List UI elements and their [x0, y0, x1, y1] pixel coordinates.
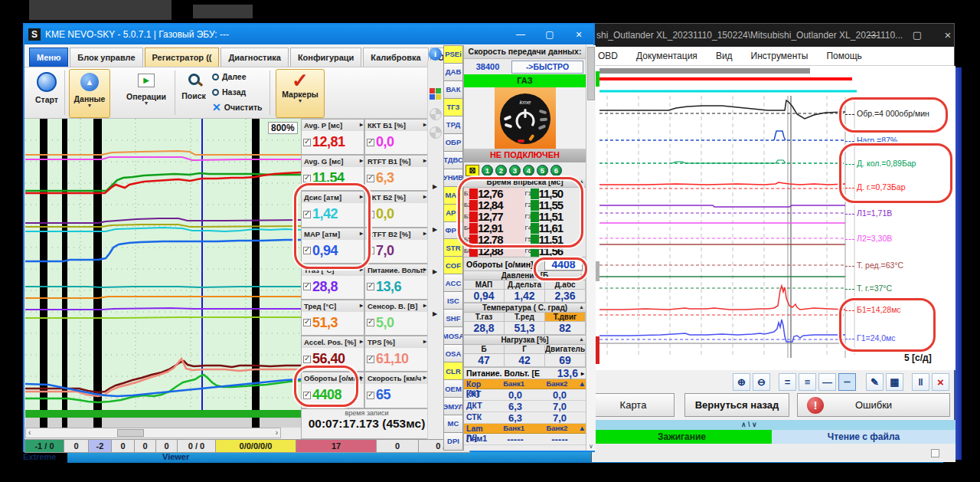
- expand-arrow-icon[interactable]: ▶: [433, 226, 437, 233]
- expand-arrow-icon[interactable]: ▶: [433, 310, 437, 317]
- background-tab-extreme[interactable]: Extreme: [23, 452, 56, 461]
- clear-button[interactable]: ✕Очистить: [212, 100, 267, 115]
- image-icon[interactable]: ▦: [886, 373, 903, 391]
- markers-button[interactable]: ✓ Маркеры ▾: [276, 69, 325, 118]
- pause-icon[interactable]: ‖: [912, 373, 929, 391]
- param-checkbox[interactable]: [303, 319, 311, 326]
- param-checkbox[interactable]: [367, 356, 374, 363]
- viewer-close-button[interactable]: ×: [935, 24, 961, 47]
- close-chart-icon[interactable]: ×: [932, 373, 949, 391]
- sidebar-mc[interactable]: МС: [443, 415, 463, 433]
- sidebar-osa[interactable]: OSA: [443, 345, 463, 362]
- param-tps[interactable]: TPS [%]61,10: [364, 336, 428, 372]
- kme-switch-dial[interactable]: kme: [495, 87, 556, 149]
- param-speed[interactable]: Скорость [км/ч65: [364, 372, 428, 408]
- sidebar-dav[interactable]: ДАВ: [443, 64, 463, 81]
- go-back-button[interactable]: Вернуться назад: [684, 393, 789, 417]
- sidebar-dpi[interactable]: DPI: [443, 433, 463, 451]
- cylinder-3-button[interactable]: 3: [509, 165, 521, 176]
- panel-scroll-thumb[interactable]: [587, 47, 595, 100]
- search-button[interactable]: Поиск: [178, 72, 209, 100]
- sidebar-oem[interactable]: OEM: [443, 380, 463, 398]
- cylinder-1-button[interactable]: 1: [482, 165, 493, 176]
- fuel-mode-indicator[interactable]: ГАЗ: [464, 74, 586, 87]
- zoom-out-icon[interactable]: ⊖: [753, 373, 770, 391]
- menu-documentation[interactable]: Документация: [636, 51, 697, 61]
- cylinder-5-button[interactable]: 5: [537, 165, 548, 176]
- scroll-left-icon[interactable]: ‹: [28, 428, 31, 437]
- param-kkt-b2[interactable]: ККТ Б2 [%]0,0: [364, 191, 428, 227]
- sidebar-shf[interactable]: SHF: [443, 310, 463, 327]
- cylinder-4-button[interactable]: 4: [523, 165, 534, 176]
- expand-arrow-icon[interactable]: ▶: [433, 268, 437, 275]
- bottom-checkbox[interactable]: [931, 449, 939, 457]
- param-checkbox[interactable]: [303, 356, 311, 363]
- sidebar-acc[interactable]: ACC: [443, 274, 463, 292]
- tab-configuration[interactable]: Конфигураци: [290, 48, 361, 67]
- pencil-icon[interactable]: ✎: [866, 373, 884, 391]
- line-dashed-icon[interactable]: ┄: [838, 373, 856, 391]
- param-kkt-b1[interactable]: ККТ Б1 [%]0,0: [364, 119, 428, 155]
- param-checkbox[interactable]: [367, 319, 374, 326]
- operations-button[interactable]: ▶ Операции ▾: [124, 69, 168, 118]
- background-tab-viewer[interactable]: Viewer: [162, 452, 189, 461]
- correction-header[interactable]: Кор [%]Банк1Банк2▲: [464, 379, 586, 389]
- info-icon[interactable]: i: [429, 48, 442, 61]
- menu-view[interactable]: Вид: [716, 51, 733, 61]
- param-supply-voltage[interactable]: Питание. Вольт.13,6: [364, 264, 428, 300]
- sidebar-tgz[interactable]: ТГЗ: [443, 99, 463, 116]
- panel-vscrollbar[interactable]: ∨: [586, 45, 596, 451]
- tab-menu[interactable]: Меню: [29, 48, 68, 67]
- start-button[interactable]: Старт: [31, 72, 63, 104]
- tab-diagnostics[interactable]: Диагностика: [220, 48, 288, 67]
- sidebar-clr[interactable]: CLR: [443, 362, 463, 380]
- param-rtft-b1[interactable]: RTFT B1 [%]6,3: [364, 155, 428, 191]
- param-checkbox[interactable]: [303, 283, 311, 290]
- chart-hscrollbar[interactable]: ‹ ›: [25, 428, 281, 438]
- param-checkbox[interactable]: [303, 139, 311, 146]
- cylinder-2-button[interactable]: 2: [495, 165, 507, 176]
- param-rtft-b2[interactable]: RTFT B2 [%]7,0: [364, 228, 428, 264]
- fast-button[interactable]: ->БЫСТРО: [511, 61, 583, 74]
- tab-control-unit[interactable]: Блок управле: [70, 48, 142, 67]
- sidebar-trd[interactable]: ТРД: [443, 116, 463, 134]
- param-checkbox[interactable]: [367, 392, 374, 399]
- sidebar-psei[interactable]: PSEi: [443, 45, 463, 64]
- tab-recorder[interactable]: Регистратор ((: [145, 48, 220, 67]
- scroll-right-icon[interactable]: ›: [276, 428, 278, 437]
- scroll-down-icon[interactable]: ∨: [589, 443, 593, 450]
- cylinder-6-button[interactable]: 6: [550, 165, 562, 176]
- next-button[interactable]: Далее: [212, 69, 267, 84]
- param-tred[interactable]: Тред [°C]51,3: [301, 300, 364, 336]
- mail-icon[interactable]: ⊠: [466, 165, 479, 176]
- main-close-button[interactable]: ×: [564, 25, 593, 44]
- tab-calibration[interactable]: Калибровка: [363, 48, 428, 67]
- sidebar-str[interactable]: STR: [443, 239, 463, 257]
- line-multi-icon[interactable]: ≡: [799, 373, 816, 391]
- logger-chart[interactable]: [25, 119, 301, 418]
- pattern-icon[interactable]: [430, 108, 442, 120]
- map-button[interactable]: Карта: [592, 393, 675, 417]
- sidebar-tdvs[interactable]: ТДВС: [443, 152, 463, 169]
- line-thick-icon[interactable]: =: [779, 373, 796, 391]
- nav-bar[interactable]: ∧ \ ∨: [592, 420, 956, 430]
- menu-tools[interactable]: Инструменты: [751, 51, 808, 61]
- param-sensor-v[interactable]: Сенсор. В. [В]5,0: [364, 300, 428, 336]
- line-single-icon[interactable]: —: [818, 373, 836, 391]
- param-avg-p[interactable]: Avg. P [мс]12,81: [301, 119, 364, 155]
- temperature-header[interactable]: Температура ( С. град): [464, 303, 586, 313]
- param-checkbox[interactable]: [303, 175, 311, 182]
- viewer-maximize-button[interactable]: ▢: [904, 24, 930, 47]
- menu-help[interactable]: Помощь: [826, 51, 861, 61]
- load-header[interactable]: Нагрузка [%]: [464, 336, 586, 345]
- param-checkbox[interactable]: [367, 139, 374, 146]
- back-button[interactable]: Назад: [212, 84, 267, 100]
- zoom-in-icon[interactable]: ⊕: [733, 373, 750, 391]
- param-checkbox[interactable]: [367, 283, 374, 290]
- sidebar-mosa[interactable]: MOSA: [443, 327, 463, 345]
- pattern-icon[interactable]: [430, 126, 442, 139]
- param-checkbox[interactable]: [367, 175, 374, 182]
- palette-icon[interactable]: [430, 88, 442, 100]
- scroll-thumb[interactable]: [117, 429, 144, 437]
- main-maximize-button[interactable]: ▢: [535, 25, 564, 44]
